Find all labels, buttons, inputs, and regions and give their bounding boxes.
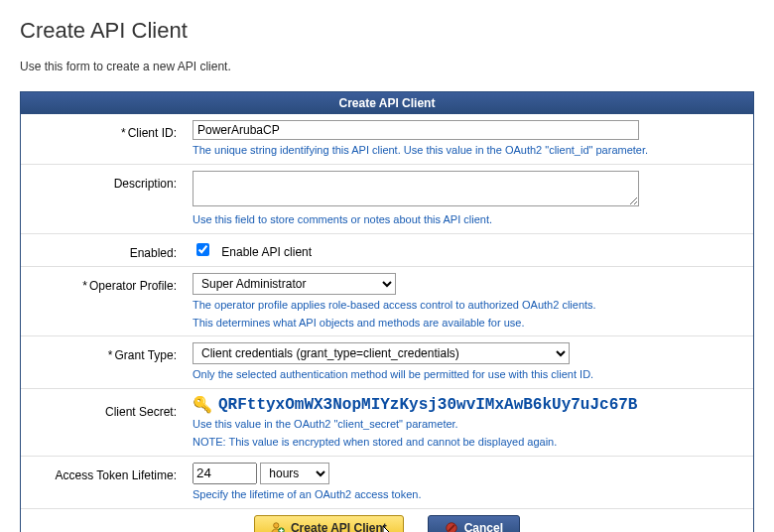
grant-type-label: *Grant Type: xyxy=(21,336,185,389)
operator-profile-hint1: The operator profile applies role-based … xyxy=(193,298,745,313)
cancel-button[interactable]: Cancel xyxy=(428,515,520,532)
page-title: Create API Client xyxy=(20,18,754,44)
access-token-lifetime-label: Access Token Lifetime: xyxy=(21,456,185,508)
create-button-label: Create API Client xyxy=(291,521,387,532)
grant-type-select[interactable]: Client credentials (grant_type=client_cr… xyxy=(193,342,570,364)
intro-text: Use this form to create a new API client… xyxy=(20,60,754,73)
client-id-label: *Client ID: xyxy=(21,114,185,164)
cancel-button-label: Cancel xyxy=(464,521,503,532)
client-secret-hint2: NOTE: This value is encrypted when store… xyxy=(193,435,745,450)
svg-point-0 xyxy=(274,523,279,528)
operator-profile-select[interactable]: Super Administrator xyxy=(193,273,396,295)
grant-type-hint: Only the selected authentication method … xyxy=(193,367,745,382)
create-api-client-panel: Create API Client *Client ID: The unique… xyxy=(20,91,754,532)
enabled-checkbox-label: Enable API client xyxy=(221,245,312,259)
enabled-checkbox[interactable] xyxy=(196,243,209,256)
access-token-lifetime-number[interactable] xyxy=(193,463,257,484)
key-icon: 🔑 xyxy=(193,395,212,414)
client-secret-label: Client Secret: xyxy=(21,389,185,457)
client-id-hint: The unique string identifying this API c… xyxy=(193,143,745,158)
access-token-lifetime-unit[interactable]: hours xyxy=(260,463,329,484)
form-table: *Client ID: The unique string identifyin… xyxy=(21,114,753,532)
operator-profile-label: *Operator Profile: xyxy=(21,266,185,336)
client-secret-hint1: Use this value in the OAuth2 "client_sec… xyxy=(193,417,745,432)
operator-profile-hint2: This determines what API objects and met… xyxy=(193,316,745,331)
access-token-lifetime-hint: Specify the lifetime of an OAuth2 access… xyxy=(193,487,745,502)
create-api-client-button[interactable]: Create API Client xyxy=(254,515,404,532)
enabled-label: Enabled: xyxy=(21,233,185,266)
cancel-icon xyxy=(445,521,458,532)
description-label: Description: xyxy=(21,164,185,233)
add-user-icon xyxy=(271,521,285,532)
description-hint: Use this field to store comments or note… xyxy=(193,212,745,227)
client-id-input[interactable] xyxy=(193,120,639,140)
description-textarea[interactable] xyxy=(193,171,639,206)
client-secret-value: QRFttyxOmWX3NopMIYzKysj30wvIMxAwB6kUy7uJ… xyxy=(218,396,637,414)
panel-heading: Create API Client xyxy=(21,92,753,114)
